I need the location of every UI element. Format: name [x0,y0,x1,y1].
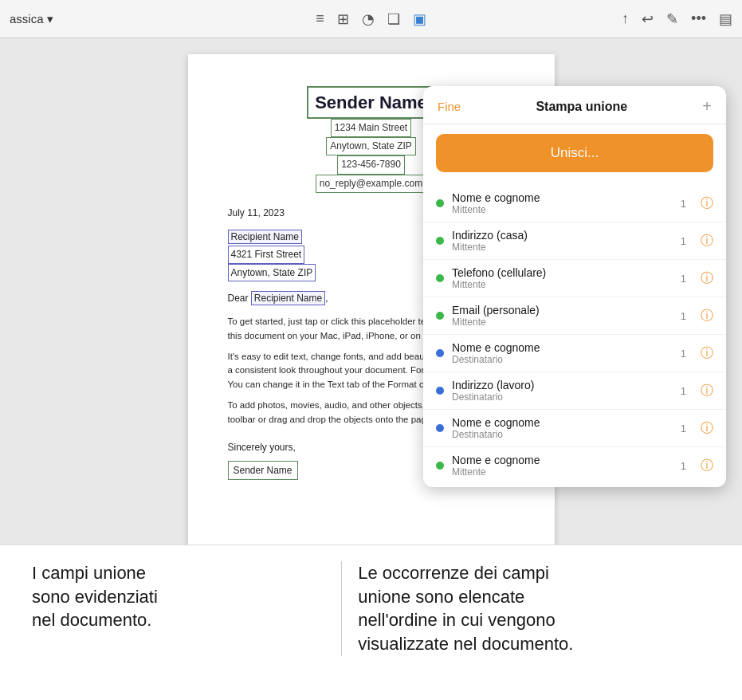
merge-panel: Fine Stampa unione + Unisci... Nome e co… [423,86,726,487]
merge-item-sub: Mittente [452,279,673,290]
info-icon[interactable]: ⓘ [701,195,713,212]
merge-item-name: Nome e cognome [452,416,673,429]
dot-blue-icon [436,387,444,395]
merge-button[interactable]: Unisci... [436,134,713,172]
merge-item-name: Nome e cognome [452,341,673,354]
merge-item-sub: Mittente [452,242,673,253]
merge-list-item[interactable]: Indirizzo (casa)Mittente1ⓘ [423,222,726,260]
merge-item-info: Indirizzo (lavoro)Destinatario [452,379,673,403]
merge-list-item[interactable]: Nome e cognomeDestinatario1ⓘ [423,410,726,447]
shapes-icon[interactable]: ❑ [387,10,400,28]
annotation-left-text: I campi unionesono evidenziatinel docume… [32,561,325,632]
merge-item-count: 1 [681,348,686,360]
merge-list: Nome e cognomeMittente1ⓘIndirizzo (casa)… [423,182,726,487]
merge-item-count: 1 [681,423,686,435]
dot-green-icon [436,199,444,207]
merge-item-sub: Destinatario [452,429,673,440]
merge-item-count: 1 [681,385,686,397]
merge-item-sub: Destinatario [452,354,673,365]
sidebar-icon[interactable]: ▤ [719,10,732,28]
info-icon[interactable]: ⓘ [701,420,713,437]
merge-list-item[interactable]: Nome e cognomeMittente1ⓘ [423,185,726,222]
merge-item-name: Indirizzo (casa) [452,229,673,242]
document-area: Sender Name 1234 Main Street Anytown, St… [0,38,742,700]
dear-name-field: Recipient Name [251,291,325,305]
undo-icon[interactable]: ↩ [642,10,654,28]
sender-address-field: 1234 Main Street [331,119,411,137]
merge-item-info: Email (personale)Mittente [452,304,673,328]
merge-item-sub: Mittente [452,466,673,478]
merge-list-item[interactable]: Telefono (cellulare)Mittente1ⓘ [423,260,726,297]
info-icon[interactable]: ⓘ [701,308,713,324]
panel-title: Stampa unione [536,100,627,114]
sender-name-field: Sender Name [307,86,435,119]
recipient-name-field: Recipient Name [228,230,302,244]
annotation-right-text: Le occorrenze dei campiunione sono elenc… [358,561,710,656]
brand-chevron[interactable]: ▾ [47,12,53,26]
merge-list-item[interactable]: Indirizzo (lavoro)Destinatario1ⓘ [423,372,726,410]
merge-list-item[interactable]: Nome e cognomeMittente1ⓘ [423,447,726,484]
merge-item-name: Telefono (cellulare) [452,266,673,279]
sender-city-field: Anytown, State ZIP [326,137,416,155]
info-icon[interactable]: ⓘ [701,270,713,287]
content-wrapper: Sender Name 1234 Main Street Anytown, St… [0,38,742,700]
merge-item-sub: Mittente [452,204,673,215]
merge-item-count: 1 [681,310,686,322]
merge-item-sub: Mittente [452,317,673,328]
merge-item-count: 1 [681,198,686,210]
merge-item-info: Telefono (cellulare)Mittente [452,266,673,290]
more-icon[interactable]: ••• [691,10,706,27]
recipient-city-field: Anytown, State ZIP [228,264,316,281]
annotation-area: I campi unionesono evidenziatinel docume… [0,545,742,700]
info-icon[interactable]: ⓘ [701,458,713,474]
merge-item-name: Nome e cognome [452,191,673,204]
merge-item-count: 1 [681,460,686,472]
chart-icon[interactable]: ◔ [362,10,375,28]
dot-green-icon [436,274,444,282]
recipient-street-field: 4321 First Street [228,246,305,264]
panel-add-button[interactable]: + [702,97,712,116]
merge-list-item[interactable]: Email (personale)Mittente1ⓘ [423,297,726,335]
info-icon[interactable]: ⓘ [701,345,713,362]
toolbar-center: ≡ ⊞ ◔ ❑ ▣ [316,10,426,28]
dot-green-icon [436,462,444,470]
panel-header: Fine Stampa unione + [423,86,726,124]
dot-blue-icon [436,349,444,357]
merge-item-sub: Destinatario [452,391,673,403]
list-icon[interactable]: ≡ [316,10,324,27]
app-brand: assica ▾ [10,12,53,26]
merge-item-name: Nome e cognome [452,454,673,466]
panel-close-button[interactable]: Fine [438,100,461,113]
merge-item-info: Nome e cognomeDestinatario [452,341,673,365]
sender-email-field: no_reply@example.com [316,175,427,193]
share-icon[interactable]: ↑ [622,10,629,27]
merge-item-info: Nome e cognomeMittente [452,191,673,215]
pin-icon[interactable]: ✎ [666,10,678,28]
merge-list-item[interactable]: Nome e cognomeDestinatario1ⓘ [423,335,726,372]
dot-green-icon [436,312,444,320]
brand-name: assica [10,12,44,26]
merge-item-name: Indirizzo (lavoro) [452,379,673,391]
sender-name-bottom-field: Sender Name [228,461,298,480]
toolbar: assica ▾ ≡ ⊞ ◔ ❑ ▣ ↑ ↩ ✎ ••• ▤ [0,0,742,38]
dot-blue-icon [436,424,444,432]
annotation-left: I campi unionesono evidenziatinel docume… [32,561,341,632]
merge-item-info: Nome e cognomeDestinatario [452,416,673,440]
table-icon[interactable]: ⊞ [337,10,349,28]
merge-item-count: 1 [681,273,686,285]
info-icon[interactable]: ⓘ [701,383,713,399]
merge-item-count: 1 [681,235,686,247]
dot-green-icon [436,237,444,245]
info-icon[interactable]: ⓘ [701,233,713,250]
merge-item-name: Email (personale) [452,304,673,317]
merge-item-info: Nome e cognomeMittente [452,454,673,478]
media-icon[interactable]: ▣ [413,10,426,28]
dear-text: Dear [228,293,251,304]
toolbar-left: assica ▾ [10,12,53,26]
dear-comma: , [325,293,328,304]
sender-phone-field: 123-456-7890 [337,155,405,174]
merge-item-info: Indirizzo (casa)Mittente [452,229,673,253]
annotation-right: Le occorrenze dei campiunione sono elenc… [341,561,710,656]
toolbar-right: ↑ ↩ ✎ ••• ▤ [622,10,732,28]
